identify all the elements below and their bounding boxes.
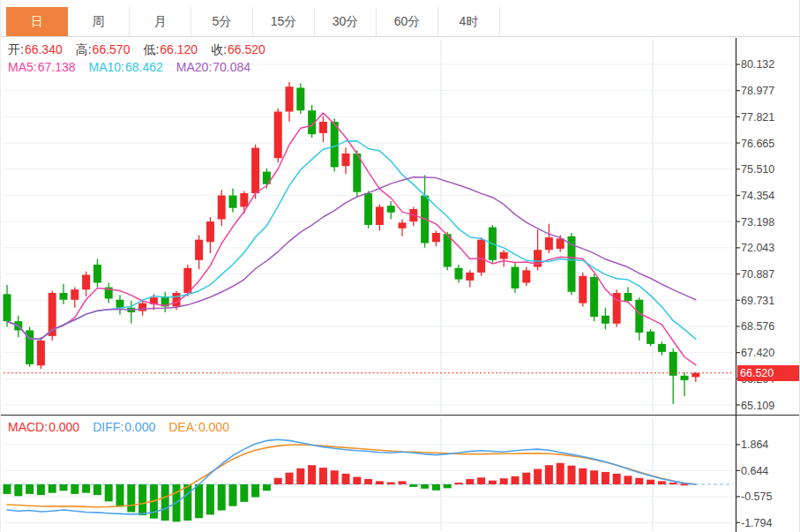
tab-60min[interactable]: 60分 bbox=[377, 7, 438, 36]
macd-value: 0.000 bbox=[49, 420, 79, 434]
panel-divider bbox=[1, 415, 800, 416]
open-value: 66.340 bbox=[25, 42, 63, 56]
svg-text:73.198: 73.198 bbox=[741, 216, 774, 229]
ma10-label: MA10: bbox=[89, 60, 124, 74]
open-label: 开: bbox=[8, 42, 24, 56]
ohlc-readout: 开:66.340高:66.570低:66.120收:66.520 bbox=[8, 41, 279, 57]
tab-daily[interactable]: 日 bbox=[6, 7, 68, 36]
diff-value: 0.000 bbox=[124, 420, 155, 434]
svg-text:-1.794: -1.794 bbox=[741, 517, 772, 529]
svg-text:-0.575: -0.575 bbox=[741, 491, 772, 503]
close-value: 66.520 bbox=[228, 42, 265, 56]
svg-text:70.887: 70.887 bbox=[741, 268, 774, 281]
svg-text:68.576: 68.576 bbox=[741, 320, 774, 333]
ma20-label: MA20: bbox=[176, 60, 212, 74]
svg-text:76.665: 76.665 bbox=[741, 138, 774, 150]
svg-text:67.420: 67.420 bbox=[741, 347, 774, 359]
svg-text:74.354: 74.354 bbox=[741, 190, 774, 202]
svg-text:0.644: 0.644 bbox=[741, 465, 768, 477]
svg-text:72.043: 72.043 bbox=[741, 242, 774, 254]
ma5-value: 67.138 bbox=[38, 60, 76, 74]
kline-trading-panel: 日 周 月 5分 15分 30分 60分 4时 开:66.340高:66.570… bbox=[0, 0, 800, 532]
svg-text:65.109: 65.109 bbox=[741, 400, 774, 412]
low-value: 66.120 bbox=[160, 42, 198, 56]
ma-readout: MA5:67.138MA10:68.462MA20:70.084 bbox=[8, 59, 264, 75]
macd-label: MACD: bbox=[8, 420, 48, 434]
svg-text:1.864: 1.864 bbox=[741, 438, 768, 451]
high-value: 66.570 bbox=[93, 42, 131, 56]
tab-5min[interactable]: 5分 bbox=[191, 7, 253, 36]
timeframe-tabs: 日 周 月 5分 15分 30分 60分 4时 bbox=[1, 0, 799, 37]
close-label: 收: bbox=[211, 42, 227, 56]
ma5-label: MA5: bbox=[8, 60, 37, 74]
svg-text:80.132: 80.132 bbox=[741, 58, 774, 71]
candlestick-chart[interactable]: 80.13278.97777.82176.66575.51074.35473.1… bbox=[1, 37, 800, 415]
macd-readout: MACD:0.000DIFF:0.000DEA:0.000 bbox=[8, 419, 243, 435]
diff-label: DIFF: bbox=[93, 420, 123, 434]
tab-weekly[interactable]: 周 bbox=[68, 7, 130, 36]
tab-15min[interactable]: 15分 bbox=[253, 7, 315, 36]
svg-text:77.821: 77.821 bbox=[741, 111, 774, 124]
ma10-value: 68.462 bbox=[125, 60, 163, 74]
dea-value: 0.000 bbox=[198, 420, 229, 434]
svg-text:69.731: 69.731 bbox=[741, 295, 774, 307]
low-label: 低: bbox=[143, 42, 159, 56]
tab-30min[interactable]: 30分 bbox=[315, 7, 377, 36]
dea-label: DEA: bbox=[168, 420, 198, 434]
tab-monthly[interactable]: 月 bbox=[130, 7, 191, 36]
ma20-value: 70.084 bbox=[213, 60, 250, 74]
svg-text:75.510: 75.510 bbox=[741, 163, 774, 176]
high-label: 高: bbox=[76, 42, 92, 56]
tab-4hour[interactable]: 4时 bbox=[438, 7, 500, 36]
last-price-tag: 66.520 bbox=[737, 365, 800, 381]
svg-text:78.977: 78.977 bbox=[741, 85, 774, 97]
